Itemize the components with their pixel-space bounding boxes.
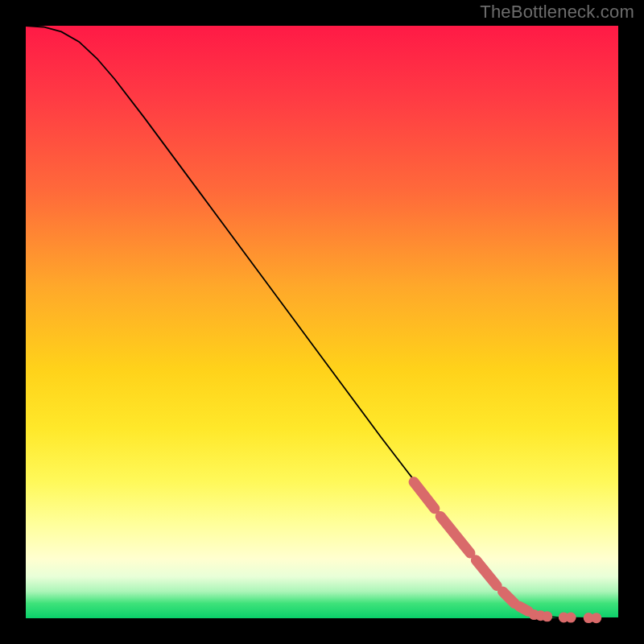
data-dot-segment [476,560,497,586]
data-dot [542,611,552,621]
data-dot [566,613,576,623]
chart-overlay [26,26,618,618]
bottleneck-curve [26,26,618,618]
data-dot-segment [414,482,435,509]
chart-frame: TheBottleneck.com [0,0,644,644]
data-dot-segment [502,592,514,604]
data-dot-segment [440,516,470,553]
plot-area [26,26,618,618]
data-dots-group [414,482,601,623]
data-dot [591,613,601,623]
watermark-text: TheBottleneck.com [480,2,634,23]
data-dot-segment [519,606,528,611]
